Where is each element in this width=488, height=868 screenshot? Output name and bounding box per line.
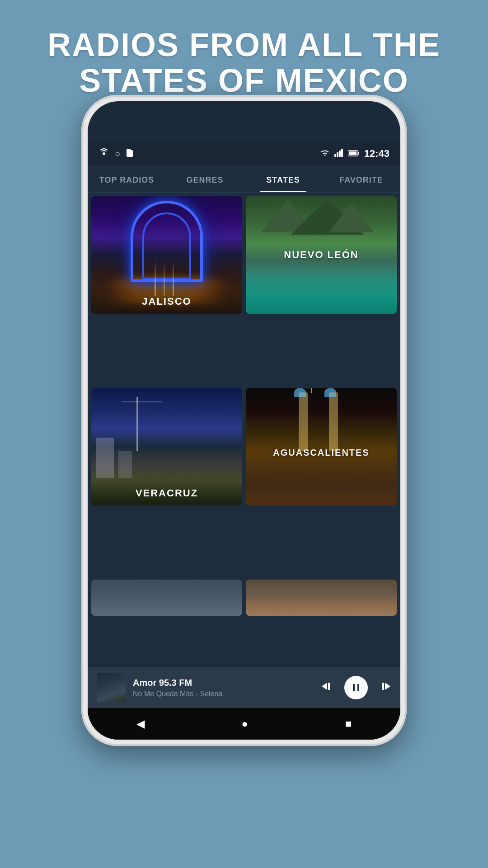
state-card-veracruz[interactable]: VERACRUZ <box>91 388 242 505</box>
player-prev-button[interactable] <box>321 680 333 696</box>
wifi-icon <box>320 148 330 160</box>
status-bar: ○ <box>88 142 400 165</box>
app-screen: ○ <box>88 142 400 740</box>
status-time: 12:43 <box>364 148 389 160</box>
tab-states[interactable]: STATES <box>244 165 322 192</box>
player-thumb-image <box>97 673 126 702</box>
svg-marker-14 <box>385 683 390 690</box>
svg-rect-11 <box>328 683 330 690</box>
svg-rect-9 <box>349 151 357 155</box>
tab-genres[interactable]: GENRES <box>166 165 244 192</box>
svg-rect-13 <box>357 684 359 691</box>
player-station-name: Amor 95.3 FM <box>133 678 314 688</box>
bottom-navigation: ◀ ● ■ <box>88 708 400 740</box>
phone-inner: ○ <box>88 101 400 740</box>
state-card-partial-1[interactable] <box>91 580 242 616</box>
battery-icon <box>348 148 360 160</box>
player-song-name: No Me Queda Más - Selena <box>133 690 314 698</box>
player-thumbnail <box>97 673 126 702</box>
states-grid: JALISCO NUEVO LEÓN <box>88 193 400 690</box>
tagline-line2: STATES OF MEXICO <box>79 62 408 99</box>
broadcast-icon <box>99 148 109 160</box>
status-left-icons: ○ <box>99 148 134 160</box>
player-next-button[interactable] <box>379 680 391 696</box>
nav-back-button[interactable]: ◀ <box>136 717 145 730</box>
sd-card-icon <box>126 148 134 160</box>
status-right-icons: 12:43 <box>320 148 389 160</box>
svg-rect-3 <box>334 154 336 157</box>
nav-menu-button[interactable]: ■ <box>345 717 352 730</box>
nuevo-leon-label: NUEVO LEÓN <box>246 249 397 261</box>
svg-rect-12 <box>353 684 355 691</box>
svg-rect-1 <box>127 150 133 157</box>
svg-rect-4 <box>337 152 338 157</box>
nav-home-button[interactable]: ● <box>242 717 249 730</box>
veracruz-label: VERACRUZ <box>91 478 242 505</box>
mini-player: Amor 95.3 FM No Me Queda Más - Selena <box>88 667 400 708</box>
jalisco-label: JALISCO <box>91 287 242 314</box>
tagline-line1: RADIOS FROM ALL THE <box>47 27 441 63</box>
state-card-aguascalientes[interactable]: AGUASCALIENTES <box>246 388 397 505</box>
svg-rect-2 <box>127 149 131 151</box>
aguascalientes-label: AGUASCALIENTES <box>246 448 397 458</box>
tab-top-radios[interactable]: TOP RADIOS <box>88 165 166 192</box>
svg-point-0 <box>103 152 105 155</box>
page-background: RADIOS FROM ALL THE STATES OF MEXICO <box>0 0 488 117</box>
tab-bar: TOP RADIOS GENRES STATES FAVORITE <box>88 165 400 193</box>
circle-icon: ○ <box>115 149 120 159</box>
svg-rect-15 <box>382 683 384 690</box>
state-card-nuevo-leon[interactable]: NUEVO LEÓN <box>246 196 397 314</box>
player-info: Amor 95.3 FM No Me Queda Más - Selena <box>133 678 314 698</box>
state-card-partial-2[interactable] <box>246 580 397 616</box>
tab-favorite[interactable]: FAVORITE <box>322 165 400 192</box>
svg-marker-10 <box>322 683 327 690</box>
player-controls <box>321 676 391 699</box>
svg-rect-6 <box>341 149 343 157</box>
svg-rect-8 <box>358 152 359 155</box>
signal-icon <box>334 148 343 160</box>
state-card-jalisco[interactable]: JALISCO <box>91 196 242 314</box>
player-pause-button[interactable] <box>344 676 368 699</box>
svg-rect-5 <box>339 151 341 157</box>
phone-frame: ○ <box>81 95 407 746</box>
